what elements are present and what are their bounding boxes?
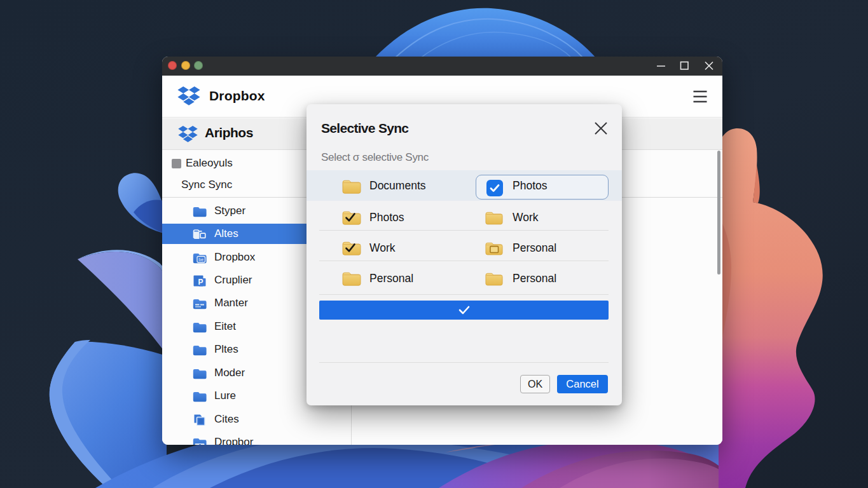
svg-text:be: be <box>198 257 203 262</box>
svg-text:P: P <box>198 278 203 287</box>
